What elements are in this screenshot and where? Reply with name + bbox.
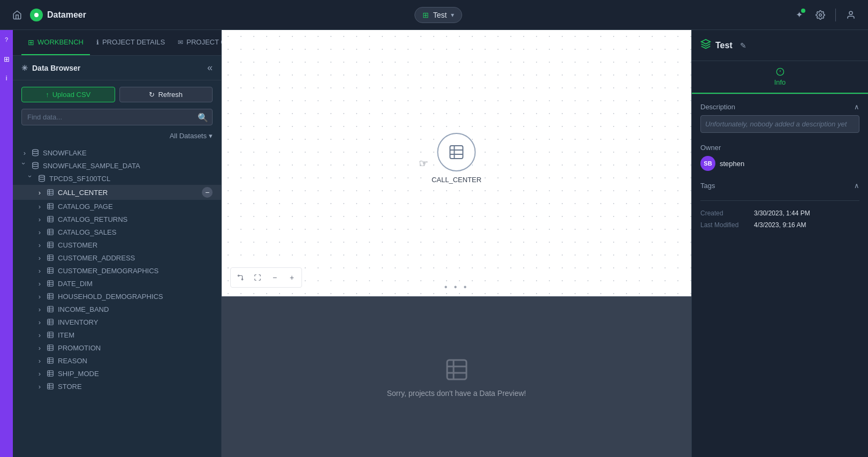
tree-item-inventory[interactable]: › INVENTORY (13, 316, 221, 328)
tree-item-date-dim[interactable]: › DATE_DIM (13, 277, 221, 290)
no-preview-icon (444, 357, 470, 383)
table-icon (46, 241, 55, 249)
chevron-right-icon: › (36, 216, 43, 222)
canvas-tool-zoom-in[interactable]: + (284, 270, 299, 285)
user-button[interactable] (842, 6, 859, 24)
table-icon (46, 356, 55, 365)
chevron-right-icon: › (21, 149, 28, 156)
edit-title-button[interactable]: ✎ (740, 41, 746, 50)
last-modified-value: 4/3/2023, 9:16 AM (754, 221, 806, 229)
svg-rect-12 (48, 268, 54, 274)
tree-item-call-center[interactable]: › CALL_CENTER − (13, 185, 221, 200)
tree-item-label: HOUSEHOLD_DEMOGRAPHICS (58, 293, 213, 301)
tab-info[interactable]: Info (692, 61, 868, 94)
tree-item-household-demographics[interactable]: › HOUSEHOLD_DEMOGRAPHICS (13, 290, 221, 303)
table-icon (46, 266, 55, 275)
help-info-button[interactable]: i (1, 73, 12, 84)
tree-item-tpcds[interactable]: › TPCDS_SF100TCL (13, 172, 221, 185)
tree-item-item[interactable]: › ITEM (13, 328, 221, 341)
tree-item-catalog-returns[interactable]: › CATALOG_RETURNS (13, 213, 221, 226)
svg-rect-13 (48, 281, 54, 287)
table-node-icon (448, 144, 465, 161)
workspace-chevron-icon: ▾ (451, 11, 454, 19)
svg-point-4 (33, 162, 39, 164)
search-input[interactable] (21, 109, 213, 125)
refresh-button[interactable]: ↻ Refresh (119, 87, 213, 102)
info-tab-icon (776, 68, 784, 76)
tab-workbench[interactable]: ⊞ WORKBENCH (21, 30, 90, 55)
add-to-canvas-button[interactable]: − (202, 187, 213, 198)
canvas-tool-connect[interactable] (233, 270, 248, 285)
help-question-button[interactable]: ? (1, 34, 12, 45)
chevron-right-icon: › (36, 189, 43, 196)
svg-rect-25 (447, 360, 466, 379)
tree-item-label: CATALOG_SALES (58, 228, 213, 236)
no-preview-text: Sorry, projects don't have a Data Previe… (387, 389, 526, 398)
tree-item-snowflake-sample-data[interactable]: › SNOWFLAKE_SAMPLE_DATA (13, 159, 221, 172)
svg-rect-15 (48, 306, 54, 312)
table-icon (46, 343, 55, 352)
table-icon (46, 228, 55, 236)
tree-item-income-band[interactable]: › INCOME_BAND (13, 303, 221, 316)
tree-item-store[interactable]: › STORE (13, 380, 221, 393)
svg-point-0 (34, 13, 39, 17)
filter-chevron-icon: ▾ (209, 132, 213, 140)
app-title: Datameer (47, 10, 86, 20)
tree-item-label: SNOWFLAKE (43, 149, 213, 157)
question-icon: ? (5, 36, 8, 43)
db-icon (31, 161, 40, 170)
tree-item-label: CALL_CENTER (58, 189, 199, 197)
data-browser-icon: ✳ (21, 64, 28, 72)
svg-point-1 (819, 13, 822, 16)
tree-item-promotion[interactable]: › PROMOTION (13, 341, 221, 354)
upload-csv-button[interactable]: ↑ Upload CSV (21, 87, 115, 102)
canvas-toolbar: − + (230, 267, 302, 288)
table-icon (46, 369, 55, 378)
svg-point-2 (849, 11, 852, 14)
chevron-right-icon: › (36, 203, 43, 209)
project-outputs-icon: ✉ (178, 39, 183, 46)
svg-point-24 (241, 279, 243, 280)
settings-button[interactable] (812, 6, 829, 24)
svg-rect-7 (48, 204, 54, 209)
canvas-node[interactable]: CALL_CENTER (432, 133, 481, 184)
right-panel-title: Test (715, 41, 733, 50)
dataset-filter-dropdown[interactable]: All Datasets ▾ (170, 132, 213, 140)
workspace-icon: ⊞ (422, 11, 429, 19)
tags-chevron-icon[interactable]: ∧ (854, 182, 859, 190)
search-icon[interactable]: 🔍 (198, 112, 208, 122)
tree-item-label: PROMOTION (58, 344, 213, 352)
svg-rect-10 (48, 242, 54, 248)
tree-item-customer-demographics[interactable]: › CUSTOMER_DEMOGRAPHICS (13, 264, 221, 277)
tree-item-customer[interactable]: › CUSTOMER (13, 238, 221, 251)
canvas-tool-fit[interactable] (250, 270, 265, 285)
refresh-icon: ↻ (149, 91, 155, 99)
canvas-tool-zoom-out[interactable]: − (267, 270, 282, 285)
avatar: SB (700, 156, 715, 171)
home-button[interactable] (9, 6, 26, 24)
tree-item-ship-mode[interactable]: › SHIP_MODE (13, 367, 221, 380)
tree-item-customer-address[interactable]: › CUSTOMER_ADDRESS (13, 251, 221, 264)
db-icon (31, 148, 40, 157)
tree-item-label: CUSTOMER (58, 241, 213, 249)
collapse-panel-button[interactable]: « (207, 62, 213, 73)
tree-item-catalog-page[interactable]: › CATALOG_PAGE (13, 200, 221, 213)
help-tools-button[interactable]: ⊞ (1, 54, 12, 64)
table-icon (46, 202, 55, 211)
table-icon (46, 215, 55, 223)
svg-point-23 (238, 275, 239, 276)
project-details-icon: ℹ (96, 39, 99, 46)
tree-item-reason[interactable]: › REASON (13, 354, 221, 367)
tree-item-catalog-sales[interactable]: › CATALOG_SALES (13, 226, 221, 238)
description-chevron-icon[interactable]: ∧ (854, 103, 859, 111)
notifications-button[interactable]: ✦ (790, 6, 807, 24)
canvas-expand-handle[interactable]: • • • (444, 282, 469, 292)
tab-project-details[interactable]: ℹ PROJECT DETAILS (90, 30, 171, 55)
workspace-selector[interactable]: ⊞ Test ▾ (414, 7, 463, 23)
chevron-right-icon: › (36, 370, 43, 377)
tree-item-snowflake[interactable]: › SNOWFLAKE (13, 146, 221, 159)
description-input[interactable]: Unfortunately, nobody added a descriptio… (700, 115, 859, 133)
nav-divider (835, 9, 836, 21)
svg-point-3 (33, 149, 39, 152)
chevron-right-icon: › (36, 344, 43, 351)
